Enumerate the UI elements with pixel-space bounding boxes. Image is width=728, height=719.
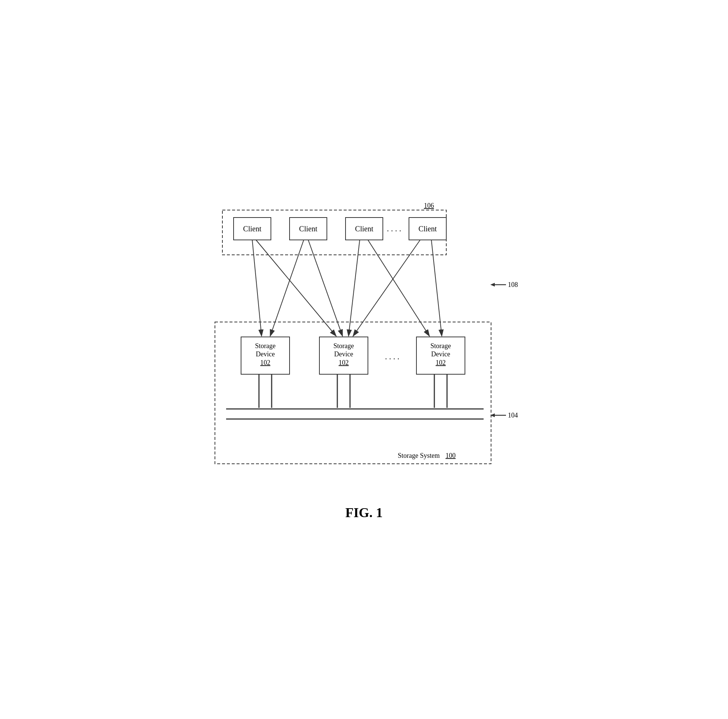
arrow-c1-sd1 (252, 240, 262, 336)
storage-dots: . . . . (385, 352, 399, 361)
client-label-4: Client (418, 225, 437, 233)
diagram-svg: 106 Client Client Client . . . . Client … (204, 199, 525, 490)
arrow-c4-sd3 (431, 240, 442, 336)
arrow-c1-sd2 (256, 240, 336, 336)
storage-device-label-1a: Storage (255, 342, 275, 350)
label-106: 106 (424, 202, 434, 209)
storage-device-label-2b: Device (334, 350, 353, 358)
figure-label: FIG. 1 (204, 505, 525, 520)
storage-device-num-2: 102 (338, 359, 349, 366)
storage-device-label-2a: Storage (333, 342, 354, 350)
arrow-108-head (490, 283, 495, 286)
storage-device-num-1: 102 (260, 359, 270, 366)
figure-wrapper: 106 Client Client Client . . . . Client … (204, 199, 525, 520)
diagram-container: 106 Client Client Client . . . . Client … (204, 199, 525, 520)
storage-device-label-1b: Device (255, 350, 275, 358)
label-104: 104 (508, 412, 518, 419)
client-label-3: Client (355, 225, 373, 233)
storage-system-num: 100 (445, 452, 456, 459)
client-dots: . . . . (387, 224, 401, 233)
storage-device-label-3a: Storage (430, 342, 451, 350)
storage-device-label-3b: Device (431, 350, 450, 358)
storage-device-num-3: 102 (436, 359, 445, 366)
storage-system-label: Storage System (398, 452, 440, 459)
client-label-2: Client (299, 225, 317, 233)
client-label-1: Client (243, 225, 261, 233)
label-108: 108 (508, 281, 518, 288)
